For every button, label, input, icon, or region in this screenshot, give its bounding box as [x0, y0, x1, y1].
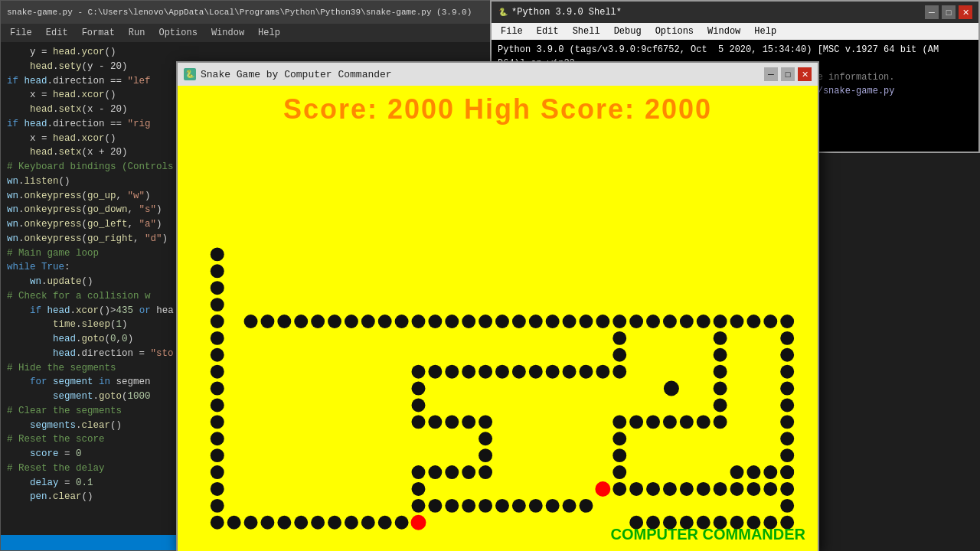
- shell-menu-edit[interactable]: Edit: [531, 24, 565, 38]
- editor-title-bar: snake-game.py - C:\Users\lenovo\AppData\…: [1, 1, 497, 24]
- svg-point-31: [412, 465, 426, 479]
- svg-point-75: [663, 415, 677, 429]
- shell-minimize-button[interactable]: ─: [925, 5, 939, 19]
- svg-point-10: [211, 415, 224, 429]
- svg-point-84: [629, 482, 643, 496]
- svg-point-123: [412, 315, 426, 328]
- svg-point-109: [529, 499, 543, 513]
- svg-point-46: [428, 365, 442, 379]
- svg-point-58: [612, 348, 626, 362]
- svg-point-105: [462, 499, 475, 513]
- snake-game-minimize-button[interactable]: ─: [764, 67, 778, 81]
- svg-point-69: [714, 365, 727, 379]
- svg-point-153: [746, 465, 760, 479]
- svg-point-133: [579, 315, 593, 328]
- snake-game-window: 🐍 Snake Game by Computer Commander ─ □ ✕…: [176, 61, 819, 551]
- svg-point-124: [428, 315, 442, 328]
- svg-point-34: [462, 465, 475, 479]
- svg-point-89: [714, 482, 727, 496]
- svg-point-108: [512, 499, 526, 513]
- shell-menu-shell[interactable]: Shell: [567, 24, 606, 38]
- svg-point-143: [780, 382, 794, 396]
- svg-point-86: [663, 482, 677, 496]
- svg-point-65: [697, 315, 710, 328]
- snake-game-maximize-button[interactable]: □: [781, 67, 795, 81]
- svg-point-32: [428, 465, 442, 479]
- svg-point-40: [445, 415, 459, 429]
- shell-menu-file[interactable]: File: [495, 24, 529, 38]
- svg-point-80: [612, 448, 626, 462]
- svg-point-15: [211, 499, 224, 513]
- menu-options[interactable]: Options: [152, 26, 203, 40]
- svg-point-47: [445, 365, 459, 379]
- svg-point-23: [328, 516, 341, 530]
- svg-point-104: [445, 499, 459, 513]
- svg-point-3: [211, 298, 224, 311]
- svg-point-76: [646, 415, 660, 429]
- svg-point-119: [345, 315, 358, 328]
- menu-edit[interactable]: Edit: [40, 26, 74, 40]
- svg-point-82: [612, 482, 626, 496]
- svg-point-57: [612, 365, 626, 379]
- svg-point-140: [780, 331, 794, 345]
- svg-point-93: [780, 482, 794, 496]
- svg-point-141: [780, 348, 794, 362]
- svg-point-38: [479, 415, 492, 429]
- shell-title: *Python 3.9.0 Shell*: [511, 7, 922, 18]
- shell-menu-debug[interactable]: Debug: [608, 24, 648, 38]
- svg-point-77: [629, 415, 643, 429]
- svg-point-26: [378, 516, 392, 530]
- svg-point-66: [714, 315, 727, 328]
- svg-point-14: [211, 482, 224, 496]
- svg-point-70: [714, 382, 727, 396]
- svg-point-22: [311, 516, 325, 530]
- svg-point-33: [445, 465, 459, 479]
- svg-point-5: [211, 331, 224, 345]
- svg-point-110: [546, 499, 560, 513]
- svg-point-85: [646, 482, 660, 496]
- snake-game-close-button[interactable]: ✕: [798, 67, 812, 81]
- menu-window[interactable]: Window: [205, 26, 250, 40]
- svg-point-83: [664, 381, 679, 396]
- svg-point-144: [780, 399, 794, 412]
- svg-point-2: [211, 281, 224, 295]
- shell-title-bar: 🐍 *Python 3.9.0 Shell* ─ □ ✕: [492, 2, 978, 23]
- svg-point-35: [479, 465, 492, 479]
- svg-point-131: [546, 315, 560, 328]
- svg-point-78: [612, 415, 626, 429]
- svg-point-19: [260, 516, 274, 530]
- shell-close-button[interactable]: ✕: [959, 5, 972, 19]
- shell-maximize-button[interactable]: □: [942, 5, 956, 19]
- svg-point-117: [311, 315, 325, 328]
- svg-point-17: [227, 516, 241, 530]
- svg-point-18: [244, 516, 258, 530]
- svg-point-7: [211, 365, 224, 379]
- svg-point-13: [211, 465, 224, 479]
- svg-point-60: [612, 315, 626, 328]
- menu-file[interactable]: File: [4, 26, 38, 40]
- menu-format[interactable]: Format: [76, 26, 121, 40]
- shell-menu-options[interactable]: Options: [649, 24, 700, 38]
- svg-point-61: [629, 315, 643, 328]
- editor-title: snake-game.py - C:\Users\lenovo\AppData\…: [7, 8, 472, 17]
- svg-point-63: [663, 315, 677, 328]
- shell-menu-help[interactable]: Help: [748, 24, 782, 38]
- shell-menu-window[interactable]: Window: [701, 24, 746, 38]
- shell-line: Python 3.9.0 (tags/v3.9.0:9cf6752, Oct 5…: [498, 43, 972, 57]
- svg-point-134: [596, 315, 609, 328]
- svg-point-0: [211, 247, 224, 261]
- menu-help[interactable]: Help: [252, 26, 286, 40]
- svg-point-118: [328, 315, 341, 328]
- svg-point-25: [361, 516, 375, 530]
- svg-point-132: [563, 315, 577, 328]
- svg-point-68: [714, 348, 727, 362]
- svg-point-112: [579, 499, 593, 513]
- code-line: y = head.ycor(): [7, 45, 491, 60]
- svg-point-43: [412, 399, 426, 412]
- menu-run[interactable]: Run: [122, 26, 152, 40]
- svg-point-116: [294, 315, 308, 328]
- svg-point-88: [697, 482, 710, 496]
- svg-point-56: [596, 365, 609, 379]
- svg-point-130: [529, 315, 543, 328]
- svg-point-16: [211, 516, 224, 530]
